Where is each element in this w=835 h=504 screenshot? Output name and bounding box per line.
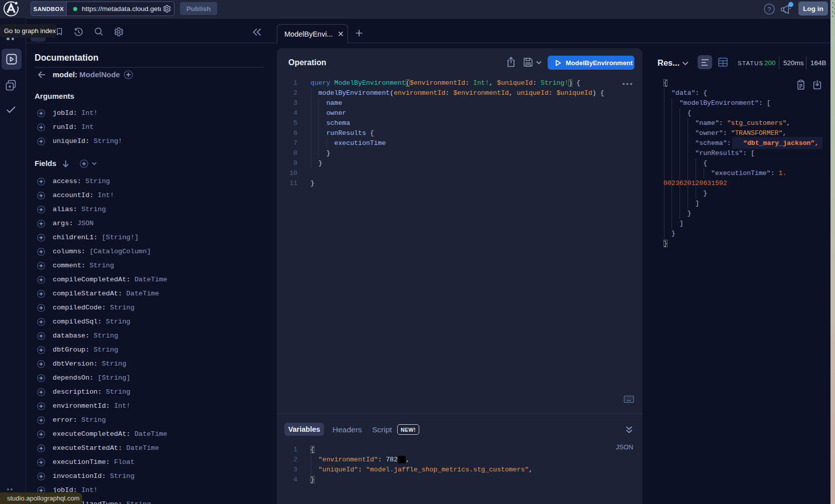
svg-text:?: ? <box>767 6 771 13</box>
